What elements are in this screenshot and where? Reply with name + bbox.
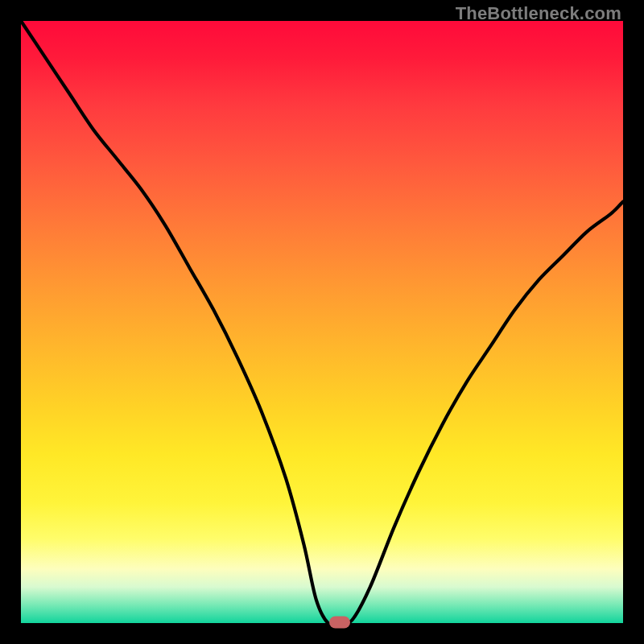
bottleneck-curve bbox=[21, 21, 623, 623]
minimum-marker bbox=[329, 617, 350, 629]
chart-frame: TheBottleneck.com bbox=[0, 0, 644, 644]
chart-plot-area bbox=[21, 21, 623, 623]
watermark-text: TheBottleneck.com bbox=[456, 3, 621, 24]
